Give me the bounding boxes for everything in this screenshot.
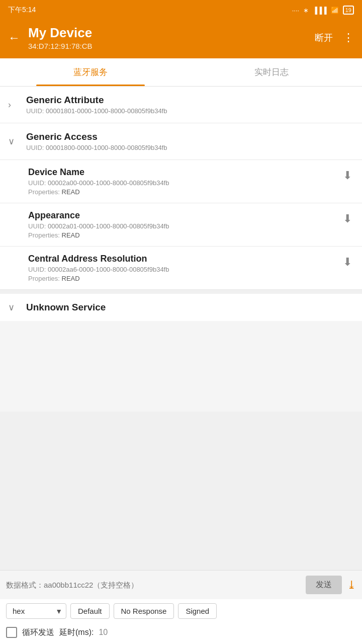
characteristic-properties: Properties: READ <box>28 188 337 196</box>
service-name: Generic Attribute <box>26 95 352 106</box>
read-button[interactable]: ⬇ <box>343 169 352 182</box>
expand-icon[interactable]: ⤓ <box>347 579 356 592</box>
data-input[interactable] <box>6 581 301 589</box>
characteristic-row-device-name: Device Name UUID: 00002a00-0000-1000-800… <box>0 160 362 203</box>
service-uuid: UUID: 00001801-0000-1000-8000-00805f9b34… <box>26 107 352 115</box>
battery-icon: 19 <box>343 6 354 15</box>
back-button[interactable]: ← <box>8 31 20 45</box>
chevron-down-icon: ∨ <box>8 302 20 313</box>
status-bar: 下午5:14 ···· ∗ ▐▐▐ 📶 19 <box>0 0 362 20</box>
more-options-button[interactable]: ⋮ <box>343 31 354 44</box>
bluetooth-icon: ∗ <box>303 7 309 14</box>
send-button[interactable]: 发送 <box>306 576 342 594</box>
bottom-panel: 发送 ⤓ hex text decimal ▼ Default No Respo… <box>0 570 362 644</box>
characteristic-name: Appearance <box>28 210 337 221</box>
characteristic-name: Central Address Resolution <box>28 254 337 264</box>
read-button[interactable]: ⬇ <box>343 256 352 269</box>
signal-dots-icon: ···· <box>292 7 299 14</box>
characteristic-uuid: UUID: 00002a00-0000-1000-8000-00805f9b34… <box>28 179 337 187</box>
service-uuid: UUID: 00001800-0000-1000-8000-00805f9b34… <box>26 144 352 151</box>
service-name: Unknown Service <box>26 302 352 313</box>
format-select[interactable]: hex text decimal <box>6 603 66 619</box>
read-button[interactable]: ⬇ <box>343 212 352 225</box>
loop-checkbox[interactable] <box>6 627 17 638</box>
tab-realtime-log[interactable]: 实时日志 <box>181 58 362 86</box>
services-list: › Generic Attribute UUID: 00001801-0000-… <box>0 87 362 412</box>
input-row: 发送 ⤓ <box>0 571 362 599</box>
chevron-down-icon: ∨ <box>8 136 20 147</box>
delay-label: 延时(ms): <box>59 627 94 638</box>
write-signed-button[interactable]: Signed <box>178 603 217 619</box>
service-name: Generic Access <box>26 131 352 142</box>
status-time: 下午5:14 <box>8 6 36 15</box>
disconnect-button[interactable]: 断开 <box>315 32 333 44</box>
loop-label: 循环发送 <box>22 627 54 638</box>
chevron-right-icon: › <box>8 100 20 110</box>
tab-bar: 蓝牙服务 实时日志 <box>0 58 362 87</box>
section-divider <box>0 290 362 294</box>
delay-value[interactable]: 10 <box>99 628 108 637</box>
characteristic-uuid: UUID: 00002aa6-0000-1000-8000-00805f9b34… <box>28 266 337 273</box>
service-row-generic-access[interactable]: ∨ Generic Access UUID: 00001800-0000-100… <box>0 123 362 160</box>
device-address: 34:D7:12:91:78:CB <box>28 42 93 50</box>
status-icons: ···· ∗ ▐▐▐ 📶 19 <box>292 6 354 15</box>
wifi-icon: 📶 <box>331 7 339 14</box>
characteristic-properties: Properties: READ <box>28 275 337 282</box>
service-row-generic-attribute[interactable]: › Generic Attribute UUID: 00001801-0000-… <box>0 87 362 123</box>
characteristic-uuid: UUID: 00002a01-0000-1000-8000-00805f9b34… <box>28 222 337 230</box>
service-row-unknown[interactable]: ∨ Unknown Service <box>0 294 362 321</box>
write-no-response-button[interactable]: No Response <box>114 603 174 619</box>
format-select-wrapper: hex text decimal ▼ <box>6 603 66 619</box>
header: ← My Device 34:D7:12:91:78:CB 断开 ⋮ <box>0 20 362 58</box>
options-row: hex text decimal ▼ Default No Response S… <box>0 599 362 623</box>
characteristic-row-appearance: Appearance UUID: 00002a01-0000-1000-8000… <box>0 203 362 247</box>
page-title: My Device <box>28 25 93 41</box>
characteristic-properties: Properties: READ <box>28 231 337 239</box>
cellular-icon: ▐▐▐ <box>313 7 327 14</box>
loop-row: 循环发送 延时(ms): 10 <box>0 623 362 644</box>
characteristic-name: Device Name <box>28 167 337 178</box>
tab-ble-services[interactable]: 蓝牙服务 <box>0 58 181 86</box>
write-default-button[interactable]: Default <box>70 603 110 619</box>
characteristic-row-central-address: Central Address Resolution UUID: 00002aa… <box>0 247 362 290</box>
